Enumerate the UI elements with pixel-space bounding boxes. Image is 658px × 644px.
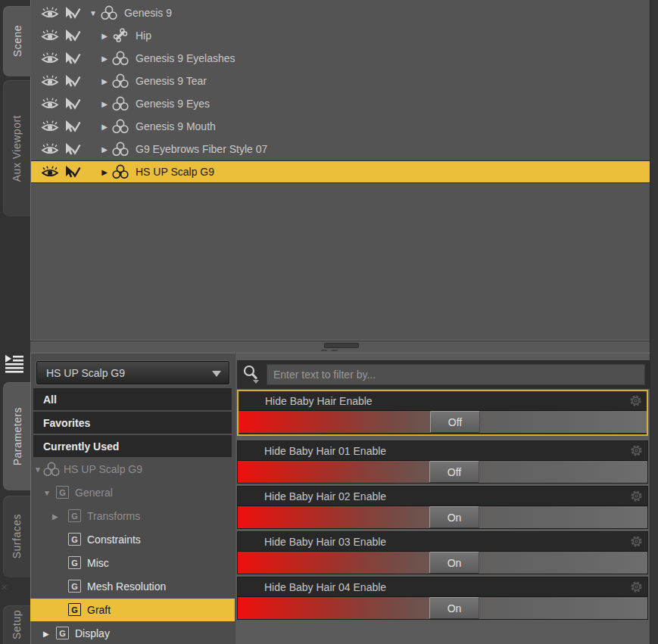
visibility-eye-icon[interactable] xyxy=(40,74,60,88)
expand-arrow[interactable]: ▶ xyxy=(99,54,110,63)
toggle-slider-track[interactable]: Off xyxy=(238,460,647,483)
category-tree-row[interactable]: ▶GTransforms xyxy=(30,505,235,527)
node-selector[interactable]: HS UP Scalp G9 xyxy=(36,361,229,384)
expand-arrow[interactable]: ▶ xyxy=(99,123,110,131)
selectability-toggle[interactable] xyxy=(62,6,82,20)
selectability-toggle[interactable] xyxy=(62,142,82,157)
toggle-slider-thumb[interactable]: On xyxy=(429,552,479,574)
parameter-settings-button[interactable] xyxy=(629,394,642,409)
selectability-toggle[interactable] xyxy=(62,29,82,43)
parameter-block[interactable]: Hide Baby Hair 04 Enable On xyxy=(237,577,648,620)
filter-input[interactable] xyxy=(267,364,645,385)
toggle-slider-thumb[interactable]: On xyxy=(429,597,479,619)
category-tree-row[interactable]: GGraft xyxy=(30,599,235,621)
scene-tree-row[interactable]: ▶ HS UP Scalp G9 xyxy=(31,160,650,183)
selectable-cursor-check-icon[interactable] xyxy=(62,74,82,89)
scene-tree-row[interactable]: ▶ G9 Eyebrows Fiber Style 07 xyxy=(31,138,650,160)
scene-tree-row[interactable]: ▶ Genesis 9 Eyes xyxy=(31,92,650,115)
category-label: Mesh Resolution xyxy=(87,580,166,593)
visibility-toggle[interactable] xyxy=(40,29,60,42)
selectable-cursor-check-icon[interactable] xyxy=(62,51,82,66)
expand-arrow[interactable]: ▶ xyxy=(99,32,110,40)
visibility-toggle[interactable] xyxy=(40,142,60,156)
scene-node-label: Genesis 9 xyxy=(124,7,172,19)
visibility-toggle[interactable] xyxy=(40,120,60,133)
scene-tree-row[interactable]: ▼ Genesis 9 xyxy=(31,2,650,24)
toggle-slider-track[interactable]: On xyxy=(238,596,647,619)
search-options-caret-icon[interactable] xyxy=(253,380,259,384)
visibility-eye-icon[interactable] xyxy=(40,29,60,42)
parameter-settings-button[interactable] xyxy=(630,444,643,459)
expand-arrow[interactable]: ▶ xyxy=(99,77,110,86)
toggle-slider-track[interactable]: On xyxy=(238,506,647,528)
category-tree-row[interactable]: GMesh Resolution xyxy=(30,575,235,598)
selectable-cursor-check-icon[interactable] xyxy=(62,165,82,179)
visibility-eye-icon[interactable] xyxy=(40,165,60,179)
parameter-block[interactable]: Hide Baby Hair 01 Enable Off xyxy=(237,440,648,484)
selectability-toggle[interactable] xyxy=(62,74,82,89)
toggle-slider-thumb[interactable]: Off xyxy=(429,461,479,483)
splitter-handle-icon[interactable] xyxy=(324,343,359,348)
tab-setup[interactable]: Setup xyxy=(3,605,30,644)
scene-node-label: HS UP Scalp G9 xyxy=(136,166,214,178)
visibility-eye-icon[interactable] xyxy=(40,120,60,133)
visibility-eye-icon[interactable] xyxy=(40,142,60,156)
category-tree-row[interactable]: ▼GGeneral xyxy=(30,481,235,504)
parameters-options-menu-button[interactable] xyxy=(3,352,29,379)
toggle-slider-track[interactable]: Off xyxy=(239,410,647,433)
scene-tree-row[interactable]: ▶ Genesis 9 Mouth xyxy=(31,115,650,138)
group-g-icon: G xyxy=(56,627,69,639)
visibility-toggle[interactable] xyxy=(40,97,60,110)
parameter-settings-button[interactable] xyxy=(630,580,643,596)
toggle-slider-track[interactable]: On xyxy=(238,551,647,574)
selectability-toggle[interactable] xyxy=(62,97,82,111)
expand-arrow[interactable]: ▼ xyxy=(34,465,42,474)
toggle-slider-thumb[interactable]: On xyxy=(429,506,479,528)
tab-scene[interactable]: Scene xyxy=(3,6,31,76)
selectability-toggle[interactable] xyxy=(62,51,82,66)
expand-arrow[interactable]: ▶ xyxy=(99,168,110,176)
expand-arrow[interactable]: ▼ xyxy=(43,489,51,497)
visibility-toggle[interactable] xyxy=(40,51,60,65)
visibility-eye-icon[interactable] xyxy=(40,97,60,110)
expand-arrow[interactable]: ▶ xyxy=(99,145,110,154)
tab-parameters[interactable]: Parameters xyxy=(3,382,31,490)
tab-surfaces[interactable]: Surfaces xyxy=(3,496,30,577)
selectable-cursor-check-icon[interactable] xyxy=(62,120,82,134)
visibility-eye-icon[interactable] xyxy=(40,51,60,65)
panel-splitter[interactable] xyxy=(30,341,650,353)
expand-arrow[interactable]: ▶ xyxy=(52,512,58,521)
selectability-toggle[interactable] xyxy=(62,165,82,179)
parameter-block[interactable]: Hide Baby Hair Enable Off xyxy=(237,390,648,436)
scene-tree-row[interactable]: ▶ Genesis 9 Eyelashes xyxy=(31,47,650,70)
category-row[interactable]: All xyxy=(33,388,232,410)
visibility-eye-icon[interactable] xyxy=(40,6,60,20)
parameter-settings-button[interactable] xyxy=(630,535,643,550)
category-tree-row[interactable]: GMisc xyxy=(30,552,235,574)
parameter-settings-button[interactable] xyxy=(630,490,643,505)
expand-arrow[interactable]: ▶ xyxy=(43,630,49,638)
figure-node-icon xyxy=(42,462,61,477)
selectable-cursor-check-icon[interactable] xyxy=(62,97,82,111)
category-tree-row[interactable]: ▼ HS UP Scalp G9 xyxy=(30,458,235,481)
selectable-cursor-check-icon[interactable] xyxy=(62,29,82,43)
scene-tree-row[interactable]: ▶ Hip xyxy=(31,24,650,47)
category-row[interactable]: Favorites xyxy=(33,412,232,434)
selectable-cursor-check-icon[interactable] xyxy=(62,142,82,157)
tab-aux-viewport[interactable]: Aux Viewport xyxy=(3,80,30,216)
parameter-block[interactable]: Hide Baby Hair 03 Enable On xyxy=(237,531,648,574)
visibility-toggle[interactable] xyxy=(40,74,60,88)
selectability-toggle[interactable] xyxy=(62,120,82,134)
category-tree-row[interactable]: GConstraints xyxy=(30,528,235,551)
toggle-slider-thumb[interactable]: Off xyxy=(430,411,480,433)
visibility-toggle[interactable] xyxy=(40,165,60,179)
category-tree-row[interactable]: ▶GDisplay xyxy=(30,622,235,644)
category-row[interactable]: Currently Used xyxy=(33,435,232,457)
scene-tree-row[interactable]: ▶ Genesis 9 Tear xyxy=(31,70,650,92)
selectable-cursor-check-icon[interactable] xyxy=(62,6,82,20)
expand-arrow[interactable]: ▶ xyxy=(99,100,110,108)
visibility-toggle[interactable] xyxy=(40,6,60,20)
category-label: HS UP Scalp G9 xyxy=(64,463,142,475)
parameter-block[interactable]: Hide Baby Hair 02 Enable On xyxy=(237,486,648,529)
expand-arrow[interactable]: ▼ xyxy=(88,9,98,17)
